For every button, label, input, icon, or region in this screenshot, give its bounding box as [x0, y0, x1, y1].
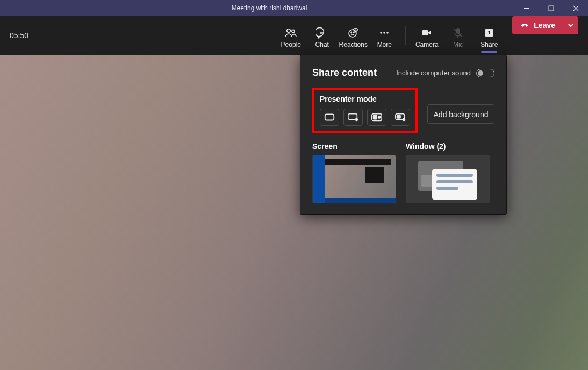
desktop-thumbnail-icon [313, 155, 396, 203]
mic-button[interactable]: Mic [442, 16, 474, 55]
window-titlebar: Meeting with rishi dhariwal [0, 0, 588, 16]
more-label: More [377, 41, 392, 48]
toolbar-divider [405, 26, 406, 45]
svg-point-2 [292, 30, 295, 32]
mic-muted-icon [452, 26, 464, 40]
leave-options-button[interactable] [563, 16, 578, 34]
add-background-button[interactable]: Add background [427, 104, 494, 124]
leave-label: Leave [534, 21, 555, 30]
presenter-mode-title: Presenter mode [320, 95, 410, 103]
svg-point-7 [383, 32, 385, 34]
svg-point-8 [386, 32, 389, 34]
svg-point-17 [378, 116, 381, 118]
hangup-icon [520, 20, 529, 31]
screen-section-label: Screen [312, 142, 396, 151]
window-title: Meeting with rishi dhariwal [25, 4, 514, 12]
share-button[interactable]: Share [474, 16, 505, 55]
svg-point-3 [349, 30, 356, 37]
svg-point-14 [355, 118, 358, 122]
people-label: People [281, 41, 301, 48]
include-sound-toggle[interactable] [476, 69, 494, 77]
close-button[interactable] [563, 0, 588, 16]
reactions-button[interactable]: Reactions [338, 16, 369, 55]
share-content-panel: Share content Include computer sound Pre… [300, 55, 507, 215]
camera-icon [421, 26, 433, 40]
include-sound-label: Include computer sound [396, 69, 471, 77]
presenter-mode-highlight: Presenter mode [312, 88, 418, 133]
camera-button[interactable]: Camera [411, 16, 442, 55]
svg-point-4 [351, 32, 352, 33]
maximize-icon [548, 5, 554, 11]
share-panel-title: Share content [312, 67, 377, 79]
chevron-down-icon [568, 22, 574, 29]
svg-rect-12 [325, 115, 334, 120]
maximize-button[interactable] [539, 0, 563, 16]
presenter-mode-content-only[interactable] [320, 109, 339, 126]
more-button[interactable]: More [369, 16, 400, 55]
share-label: Share [481, 41, 498, 48]
svg-point-1 [287, 29, 290, 32]
close-icon [573, 5, 579, 11]
presenter-mode-side-by-side[interactable] [367, 109, 386, 126]
windows-thumbnail-icon [406, 155, 489, 203]
meeting-toolbar: 05:50 People Chat [0, 16, 588, 55]
camera-label: Camera [415, 41, 439, 48]
reactions-icon [347, 26, 359, 40]
minimize-button[interactable] [514, 0, 539, 16]
people-icon [284, 26, 297, 40]
meeting-timer: 05:50 [10, 31, 28, 40]
minimize-icon [524, 5, 529, 11]
chat-button[interactable]: Chat [306, 16, 338, 55]
svg-point-6 [380, 32, 382, 34]
more-icon [378, 26, 390, 40]
reactions-label: Reactions [339, 41, 368, 48]
mic-label: Mic [453, 41, 463, 48]
svg-point-5 [354, 32, 355, 33]
share-screen-thumbnail[interactable] [312, 155, 396, 203]
svg-rect-0 [549, 6, 554, 11]
presenter-mode-standout[interactable] [343, 109, 363, 126]
window-section-label: Window (2) [406, 142, 490, 151]
people-button[interactable]: People [275, 16, 306, 55]
svg-rect-16 [374, 115, 377, 119]
svg-rect-19 [397, 115, 400, 118]
svg-point-20 [403, 118, 406, 122]
share-icon [483, 26, 495, 40]
svg-rect-9 [422, 30, 428, 35]
presenter-mode-reporter[interactable] [391, 109, 410, 126]
chat-icon [316, 26, 328, 40]
share-window-thumbnail[interactable] [406, 155, 490, 203]
leave-button[interactable]: Leave [512, 16, 563, 34]
chat-label: Chat [315, 41, 329, 48]
